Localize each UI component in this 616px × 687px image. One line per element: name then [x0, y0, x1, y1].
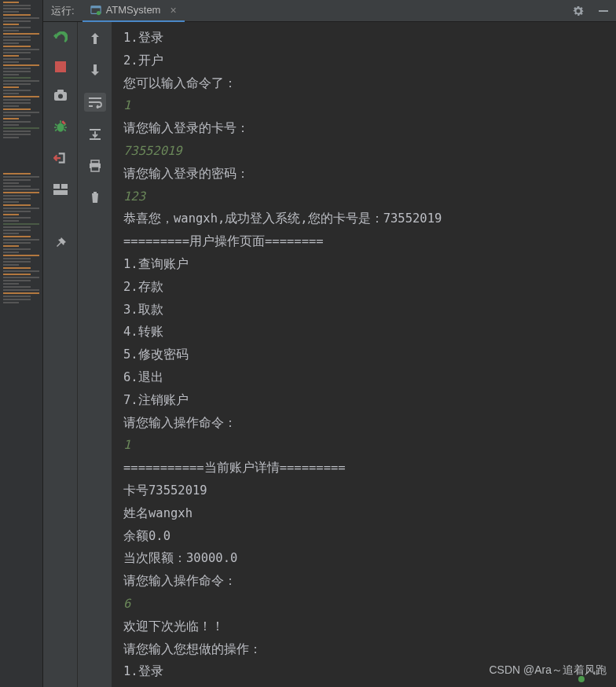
console-output-line: ===========当前账户详情=========	[123, 457, 605, 479]
console-input-line: 123	[123, 186, 605, 208]
close-tab-icon[interactable]: ×	[165, 4, 176, 17]
run-tool-header: 运行: ATMSystem ×	[43, 0, 616, 22]
svg-point-2	[97, 10, 101, 14]
console-output-line: 请您输入登录的密码：	[123, 163, 605, 186]
run-tab[interactable]: ATMSystem ×	[82, 0, 185, 22]
console-input-line: 1	[123, 94, 605, 117]
up-arrow-icon[interactable]	[86, 30, 104, 47]
svg-rect-11	[53, 190, 68, 195]
print-icon[interactable]	[86, 157, 104, 175]
console-input-line: 73552019	[123, 140, 605, 163]
svg-point-8	[57, 123, 64, 132]
scroll-to-end-icon[interactable]	[86, 126, 104, 143]
console-output-line: 姓名wangxh	[123, 502, 605, 525]
minimize-icon[interactable]	[596, 3, 611, 19]
svg-rect-10	[61, 184, 68, 189]
run-tab-title: ATMSystem	[106, 4, 161, 16]
console-output-line: 6.退出	[123, 366, 605, 389]
svg-point-7	[58, 94, 63, 99]
console-output-line: 2.开户	[123, 50, 605, 72]
svg-rect-12	[91, 160, 99, 163]
svg-rect-1	[91, 6, 101, 8]
settings-icon[interactable]	[570, 3, 586, 19]
console-output-line: 您可以输入命令了：	[123, 72, 605, 95]
layout-icon[interactable]	[52, 181, 69, 198]
console-output-line: 3.取款	[123, 299, 605, 321]
console-output-line: 欢迎下次光临！！	[123, 615, 605, 638]
svg-rect-14	[91, 167, 99, 171]
console-output-line: 请您输入登录的卡号：	[123, 117, 605, 140]
console-output-line: 请您输入操作命令：	[123, 570, 605, 593]
console-output-line: 4.转账	[123, 321, 605, 344]
soft-wrap-icon[interactable]	[84, 93, 106, 112]
down-arrow-icon[interactable]	[86, 61, 104, 79]
debug-icon[interactable]	[52, 118, 69, 135]
run-label: 运行:	[43, 4, 82, 18]
svg-rect-6	[57, 90, 64, 93]
run-config-icon	[90, 5, 101, 16]
status-dot-icon	[578, 676, 585, 682]
console-output-line: 请您输入操作命令：	[123, 412, 605, 435]
console-output[interactable]: 1.登录2.开户您可以输入命令了：1请您输入登录的卡号：73552019请您输入…	[112, 22, 616, 687]
console-output-line: 5.修改密码	[123, 344, 605, 366]
exit-icon[interactable]	[52, 149, 69, 167]
console-output-line: 余额0.0	[123, 525, 605, 548]
editor-minimap[interactable]	[0, 0, 43, 687]
console-toolbar	[78, 22, 112, 687]
svg-rect-9	[53, 184, 60, 189]
console-output-line: 7.注销账户	[123, 389, 605, 412]
console-output-line: 当次限额：30000.0	[123, 547, 605, 570]
camera-icon[interactable]	[52, 86, 69, 104]
stop-icon[interactable]	[55, 61, 66, 72]
console-output-line: 卡号73552019	[123, 479, 605, 502]
watermark: CSDN @Ara～追着风跑	[489, 663, 607, 678]
console-output-line: 1.登录	[123, 27, 605, 50]
console-input-line: 1	[123, 434, 605, 457]
trash-icon[interactable]	[86, 189, 104, 206]
console-output-line: 2.存款	[123, 276, 605, 299]
rerun-icon[interactable]	[52, 30, 69, 47]
console-output-line: 请您输入您想做的操作：	[123, 638, 605, 661]
console-output-line: =========用户操作页面========	[123, 230, 605, 253]
console-output-line: 恭喜您，wangxh,成功登入系统,您的卡号是：73552019	[123, 208, 605, 230]
pin-icon[interactable]	[52, 234, 69, 252]
svg-rect-3	[599, 10, 608, 12]
run-left-toolbar	[43, 22, 78, 687]
console-input-line: 6	[123, 593, 605, 615]
console-output-line: 1.查询账户	[123, 253, 605, 276]
